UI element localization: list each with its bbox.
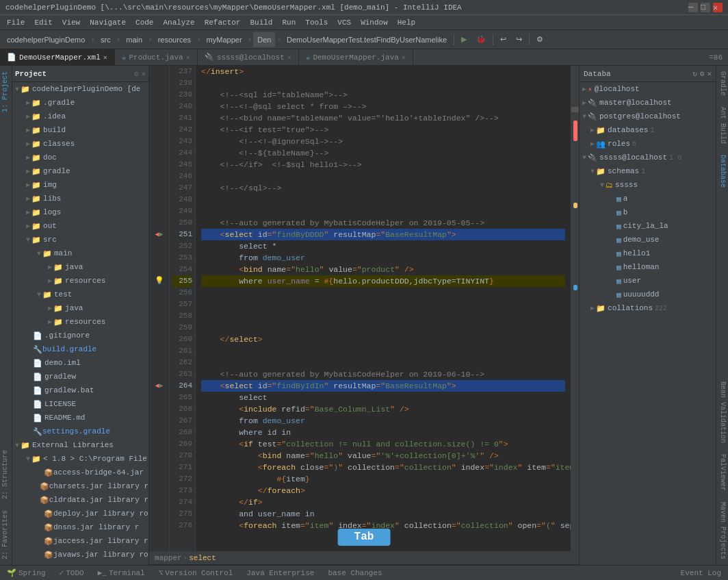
tab-product-java[interactable]: ☕ Product.java ✕ <box>115 49 198 66</box>
db-table-b[interactable]: ▦ b <box>580 205 716 219</box>
tree-item-build[interactable]: ▶ 📁 build <box>12 123 148 137</box>
tree-item-gradlew-bat[interactable]: 📄 gradlew.bat <box>12 383 148 397</box>
tree-item-readme[interactable]: 📄 README.md <box>12 411 148 425</box>
redo-btn[interactable]: ↪ <box>512 32 526 47</box>
tab-palviewer[interactable]: PalViewer <box>716 449 728 496</box>
test-method-btn[interactable]: DemoUserMapperTest.testFindByUserNamelik… <box>283 32 451 47</box>
tree-item-jar5[interactable]: 📦 dnsns.jar library r <box>12 520 148 534</box>
tree-item-classes[interactable]: ▶ 📁 classes <box>12 137 148 151</box>
tree-item-out[interactable]: ▶ 📁 out <box>12 219 148 233</box>
menu-refactor[interactable]: Refactor <box>200 17 245 28</box>
sidebar-close-icon[interactable]: ✕ <box>141 69 146 78</box>
den-btn[interactable]: Den <box>253 32 275 47</box>
code-area[interactable]: </insert> <!--<sql id="tableName">--> <!… <box>196 66 571 551</box>
db-localhost[interactable]: ▶ ⚡ @localhost <box>580 82 716 96</box>
tree-item-doc[interactable]: ▶ 📁 doc <box>12 151 148 164</box>
scrollbar-thumb[interactable] <box>571 107 579 112</box>
tree-item-idea[interactable]: ▶ 📁 .idea <box>12 110 148 123</box>
menu-vcs[interactable]: VCS <box>333 17 355 28</box>
tree-item-settings-gradle[interactable]: 🔧 settings.gradle <box>12 425 148 438</box>
db-close-icon[interactable]: ✕ <box>707 69 712 78</box>
menu-file[interactable]: File <box>3 17 29 28</box>
tree-item-test-java[interactable]: ▶ 📁 java <box>12 301 148 315</box>
tree-item-license[interactable]: 📄 LICENSE <box>12 397 148 411</box>
bulb-icon[interactable]: 💡 <box>155 275 164 287</box>
db-roles-folder[interactable]: ▶ 👥 roles 6 <box>580 137 716 151</box>
editor-scrollbar[interactable] <box>571 66 579 551</box>
tab-ant-build[interactable]: Ant Build <box>716 101 728 149</box>
menu-view[interactable]: View <box>58 17 84 28</box>
tab-demousermapper-xml[interactable]: 📄 DemoUserMapper.xml ✕ <box>0 49 115 66</box>
tree-item-jar2[interactable]: 📦 charsets.jar library r <box>12 479 148 493</box>
main-btn[interactable]: main <box>122 32 146 47</box>
menu-build[interactable]: Build <box>246 17 276 28</box>
tree-item-main-java[interactable]: ▶ 📁 java <box>12 260 148 274</box>
tree-item-external-libs[interactable]: ▼ 📁 External Libraries <box>12 438 148 452</box>
db-table-demo-use[interactable]: ▦ demo_use <box>580 233 716 247</box>
tree-item-jdk[interactable]: ▼ 📁 < 1.8 > C:\Program File <box>12 452 148 466</box>
sidebar-tab-structure[interactable]: 2: Structure <box>0 444 12 505</box>
tab-close-icon[interactable]: ✕ <box>402 53 406 62</box>
tree-item-main-resources[interactable]: ▶ 📁 resources <box>12 274 148 288</box>
db-table-user[interactable]: ▦ user <box>580 274 716 288</box>
sidebar-tab-favorites[interactable]: 2: Favorites <box>0 505 12 565</box>
db-sssss-localhost[interactable]: ▼ 🔌 sssss@localhost 1 o <box>580 151 716 164</box>
db-table-city[interactable]: ▦ city_la_la <box>580 219 716 233</box>
sidebar-content[interactable]: ▼ 📁 codehelperPluginDemo [de ▶ 📁 .gradle… <box>12 82 148 565</box>
project-btn[interactable]: codehelperPluginDemo <box>3 32 89 47</box>
tree-item-jar4[interactable]: 📦 deploy.jar library ro <box>12 507 148 520</box>
bottom-tab-base-changes[interactable]: base Changes <box>324 568 386 579</box>
sidebar-tab-project[interactable]: 1: Project <box>0 66 12 118</box>
bottom-tab-todo[interactable]: ✓ TODO <box>55 567 88 579</box>
db-master-localhost[interactable]: ▶ 🔌 master@localhost <box>580 96 716 110</box>
tree-item-jar6[interactable]: 📦 jaccess.jar library r <box>12 534 148 548</box>
menu-analyze[interactable]: Analyze <box>159 17 198 28</box>
tree-item-jar7[interactable]: 📦 javaws.jar library ro <box>12 548 148 562</box>
db-table-a[interactable]: ▦ a <box>580 192 716 205</box>
tree-item-jar1[interactable]: 📦 access-bridge-64.jar <box>12 466 148 479</box>
db-postgres-localhost[interactable]: ▼ 🔌 postgres@localhost <box>580 110 716 123</box>
src-btn[interactable]: src <box>96 32 115 47</box>
tree-item-jar3[interactable]: 📦 cldrdata.jar library r <box>12 493 148 507</box>
tree-item-demo-iml[interactable]: 📄 demo.iml <box>12 356 148 370</box>
debug-btn[interactable]: 🐞 <box>472 32 490 47</box>
menu-help[interactable]: Help <box>393 17 419 28</box>
resources-btn[interactable]: resources <box>154 32 195 47</box>
menu-edit[interactable]: Edit <box>30 17 56 28</box>
tab-sssss-localhost[interactable]: 🔌 sssss@localhost ✕ <box>198 49 299 66</box>
tree-item-gradlew[interactable]: 📄 gradlew <box>12 370 148 383</box>
db-settings-icon[interactable]: ⚙ <box>700 69 705 78</box>
tab-database[interactable]: Database <box>716 149 728 193</box>
menu-tools[interactable]: Tools <box>301 17 332 28</box>
tab-bean-validation[interactable]: Bean Validation <box>716 376 728 449</box>
menu-run[interactable]: Run <box>278 17 300 28</box>
tree-item-src[interactable]: ▼ 📁 src <box>12 233 148 247</box>
close-button[interactable]: ✕ <box>713 3 723 12</box>
tree-item-root[interactable]: ▼ 📁 codehelperPluginDemo [de <box>12 82 148 96</box>
bottom-tab-terminal[interactable]: ▶_ Terminal <box>94 567 149 579</box>
undo-btn[interactable]: ↩ <box>496 32 510 47</box>
tree-item-img[interactable]: ▶ 📁 img <box>12 178 148 192</box>
bottom-tab-event-log[interactable]: Event Log <box>677 568 725 579</box>
bottom-tab-spring[interactable]: 🌱 Spring <box>3 567 50 579</box>
db-schemas-folder[interactable]: ▼ 📁 schemas 1 <box>580 164 716 178</box>
myMapper-btn[interactable]: myMapper <box>203 32 246 47</box>
tab-gradle[interactable]: Gradle <box>716 66 728 101</box>
tree-item-libs[interactable]: ▶ 📁 libs <box>12 192 148 205</box>
db-collations-folder[interactable]: ▶ 📁 collations 222 <box>580 301 716 315</box>
bottom-tab-vcs[interactable]: ⌥ Version Control <box>155 567 237 579</box>
menu-navigate[interactable]: Navigate <box>86 17 130 28</box>
tree-item-logs[interactable]: ▶ 📁 logs <box>12 205 148 219</box>
tree-item-test-resources[interactable]: ▶ 📁 resources <box>12 315 148 329</box>
menu-code[interactable]: Code <box>131 17 157 28</box>
tree-item-gitignore[interactable]: 📄 .gitignore <box>12 329 148 342</box>
tree-item-main[interactable]: ▼ 📁 main <box>12 247 148 260</box>
db-sssss-schema[interactable]: ▼ 🗂 sssss <box>580 178 716 192</box>
database-tree[interactable]: ▶ ⚡ @localhost ▶ 🔌 master@localhost ▼ 🔌 … <box>580 82 716 565</box>
tab-close-icon[interactable]: ✕ <box>287 53 291 62</box>
db-table-hello1[interactable]: ▦ hello1 <box>580 247 716 260</box>
bottom-tab-java-enterprise[interactable]: Java Enterprise <box>242 568 318 579</box>
db-refresh-icon[interactable]: ↻ <box>692 69 697 78</box>
db-table-uuuuuddd[interactable]: ▦ uuuuuddd <box>580 288 716 301</box>
sidebar-settings-icon[interactable]: ⚙ <box>134 69 139 78</box>
